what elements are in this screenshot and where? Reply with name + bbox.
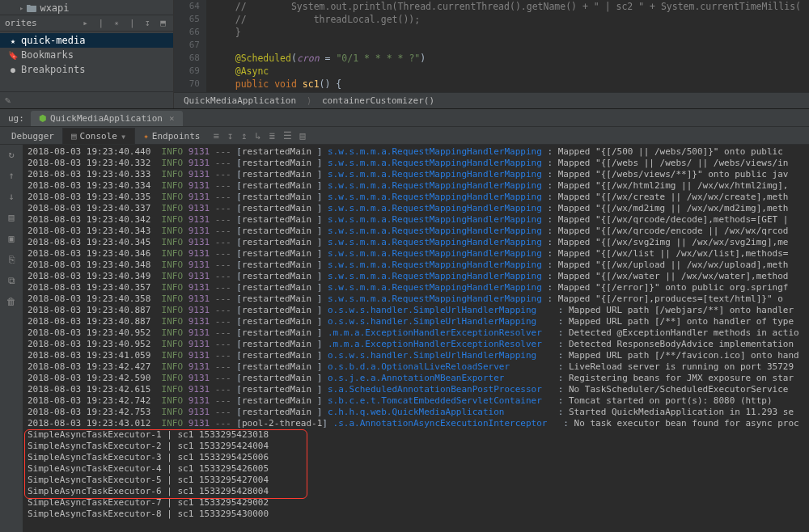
tab-console[interactable]: ▤ Console ▾ <box>62 128 135 144</box>
favorites-toolbar[interactable]: ▸ | ✴ | ↧ ⬒ <box>83 18 168 28</box>
favorite-icon: ● <box>8 65 18 74</box>
line-number[interactable]: 67 <box>174 39 200 52</box>
console-gutter: ↻↑↓▤▣⎘⧉🗑 <box>0 145 23 532</box>
console-gutter-icon[interactable]: ↻ <box>5 148 18 161</box>
log-line: 2018-08-03 19:23:40.332 INFO 9131 --- [r… <box>28 158 809 169</box>
console-gutter-icon[interactable]: ▣ <box>5 232 18 245</box>
tab-label: Endpoints <box>152 131 201 141</box>
step-over-icon[interactable]: ≡ <box>213 130 218 141</box>
line-number[interactable]: 69 <box>174 65 200 78</box>
editor-gutter[interactable]: 646566676869707172 <box>174 0 206 92</box>
evaluate-icon[interactable]: ≣ <box>269 130 274 141</box>
log-line: SimpleAsyncTaskExecutor-4 | sc1 15332954… <box>28 463 809 475</box>
log-line: SimpleAsyncTaskExecutor-6 | sc1 15332954… <box>28 486 809 497</box>
caret-right-icon: ▸ <box>19 4 23 12</box>
debug-label: ug: <box>8 113 29 126</box>
log-line: 2018-08-03 19:23:40.349 INFO 9131 --- [r… <box>28 271 809 282</box>
log-line: 2018-08-03 19:23:42.753 INFO 9131 --- [r… <box>28 407 809 418</box>
log-line: 2018-08-03 19:23:40.342 INFO 9131 --- [r… <box>28 214 809 226</box>
tab-debugger[interactable]: Debugger <box>3 129 62 143</box>
favorites-title: orites <box>5 18 37 28</box>
endpoints-icon: ✦ <box>143 131 149 141</box>
tree-item-wxapi[interactable]: ▸ wxapi <box>0 2 173 15</box>
log-line: 2018-08-03 19:23:43.012 INFO 9131 --- [p… <box>28 418 809 429</box>
console-gutter-icon[interactable]: ⧉ <box>5 274 18 287</box>
chevron-down-icon[interactable]: ▾ <box>121 131 126 142</box>
line-number[interactable]: 66 <box>174 26 200 39</box>
log-line: 2018-08-03 19:23:40.348 INFO 9131 --- [r… <box>28 260 809 271</box>
console-output[interactable]: 2018-08-03 19:23:40.440 INFO 9131 --- [r… <box>23 145 809 532</box>
tree-item-label: wxapi <box>40 2 69 14</box>
code-line[interactable] <box>213 39 809 52</box>
breadcrumb[interactable]: QuickMediaApplication ⟩ containerCustomi… <box>174 92 809 108</box>
log-line: SimpleAsyncTaskExecutor-7 | sc1 15332954… <box>28 497 809 509</box>
favorite-item[interactable]: ●Breakpoints <box>0 62 173 77</box>
favorite-item[interactable]: ★quick-media <box>0 33 173 48</box>
line-number[interactable]: 64 <box>174 0 200 13</box>
favorites-resize-handle[interactable]: ✎ <box>0 91 173 108</box>
code-line[interactable]: public void sc1() { <box>213 78 809 91</box>
log-line: 2018-08-03 19:23:40.346 INFO 9131 --- [r… <box>28 248 809 260</box>
folder-icon <box>27 3 36 13</box>
run-config-label: QuickMediaApplication <box>50 113 163 124</box>
log-line: SimpleAsyncTaskExecutor-1 | sc1 15332954… <box>28 429 809 441</box>
console-gutter-icon[interactable]: 🗑 <box>5 295 18 308</box>
favorite-item[interactable]: 🔖Bookmarks <box>0 48 173 62</box>
console-gutter-icon[interactable]: ⎘ <box>5 253 18 266</box>
run-to-cursor-icon[interactable]: ↳ <box>255 130 260 141</box>
favorite-icon: 🔖 <box>8 51 18 60</box>
run-config-tab[interactable]: ⬢ QuickMediaApplication × <box>31 111 183 126</box>
code-line[interactable]: // System.out.println(Thread.currentThre… <box>213 0 809 13</box>
code-line[interactable]: } <box>213 26 809 39</box>
spring-icon: ⬢ <box>39 113 47 124</box>
console-panel: ↻↑↓▤▣⎘⧉🗑 2018-08-03 19:23:40.440 INFO 91… <box>0 145 809 532</box>
log-line: 2018-08-03 19:23:40.358 INFO 9131 --- [r… <box>28 293 809 305</box>
line-number[interactable]: 65 <box>174 13 200 26</box>
project-tree[interactable]: ▸ wxapi <box>0 0 173 15</box>
breadcrumb-item[interactable]: QuickMediaApplication <box>184 95 296 106</box>
toolwindow-header: ug: ⬢ QuickMediaApplication × Debugger ▤… <box>0 109 809 145</box>
log-line: 2018-08-03 19:23:40.952 INFO 9131 --- [r… <box>28 327 809 339</box>
log-line: 2018-08-03 19:23:40.337 INFO 9131 --- [r… <box>28 203 809 214</box>
step-out-icon[interactable]: ↥ <box>241 130 247 141</box>
breadcrumb-item[interactable]: containerCustomizer() <box>322 95 434 106</box>
log-line: 2018-08-03 19:23:42.615 INFO 9131 --- [r… <box>28 384 809 395</box>
log-line: 2018-08-03 19:23:40.357 INFO 9131 --- [r… <box>28 282 809 293</box>
pencil-icon: ✎ <box>5 95 11 106</box>
favorites-list: ★quick-media🔖Bookmarks●Breakpoints <box>0 32 173 78</box>
log-line: SimpleAsyncTaskExecutor-3 | sc1 15332954… <box>28 452 809 463</box>
editor-code[interactable]: // System.out.println(Thread.currentThre… <box>206 0 809 92</box>
tab-label: Console <box>80 131 117 141</box>
chevron-right-icon: ⟩ <box>302 95 317 106</box>
log-line: 2018-08-03 19:23:40.343 INFO 9131 --- [r… <box>28 226 809 237</box>
code-line[interactable]: // threadLocal.get()); <box>213 13 809 26</box>
log-line: SimpleAsyncTaskExecutor-2 | sc1 15332954… <box>28 441 809 452</box>
tab-endpoints[interactable]: ✦ Endpoints <box>135 129 208 143</box>
close-icon[interactable]: × <box>166 113 175 124</box>
code-line[interactable]: @Scheduled(cron = "0/1 * * * * ?") <box>213 52 809 65</box>
console-gutter-icon[interactable]: ↑ <box>5 169 18 182</box>
log-line: 2018-08-03 19:23:40.334 INFO 9131 --- [r… <box>28 180 809 192</box>
settings-icon[interactable]: ▤ <box>300 130 306 141</box>
console-gutter-icon[interactable]: ▤ <box>5 211 18 224</box>
line-number[interactable]: 68 <box>174 52 200 65</box>
project-panel: ▸ wxapi orites ▸ | ✴ | ↧ ⬒ ★quick-media🔖… <box>0 0 174 108</box>
log-line: 2018-08-03 19:23:40.335 INFO 9131 --- [r… <box>28 192 809 203</box>
log-line: 2018-08-03 19:23:40.440 INFO 9131 --- [r… <box>28 146 809 158</box>
favorite-label: quick-media <box>21 35 85 46</box>
log-line: 2018-08-03 19:23:40.887 INFO 9131 --- [r… <box>28 305 809 316</box>
editor-area: 646566676869707172 // System.out.println… <box>174 0 809 108</box>
log-line: 2018-08-03 19:23:40.345 INFO 9131 --- [r… <box>28 237 809 248</box>
line-number[interactable]: 70 <box>174 78 200 91</box>
log-line: 2018-08-03 19:23:40.952 INFO 9131 --- [r… <box>28 339 809 350</box>
console-gutter-icon[interactable]: ↓ <box>5 190 18 203</box>
log-line: SimpleAsyncTaskExecutor-8 | sc1 15332954… <box>28 509 809 520</box>
more-icon[interactable]: ☰ <box>283 130 292 141</box>
log-line: 2018-08-03 19:23:42.427 INFO 9131 --- [r… <box>28 361 809 373</box>
favorite-icon: ★ <box>8 36 18 45</box>
log-line: 2018-08-03 19:23:40.887 INFO 9131 --- [r… <box>28 316 809 327</box>
favorite-label: Breakpoints <box>21 64 85 75</box>
code-line[interactable]: @Async <box>213 65 809 78</box>
step-into-icon[interactable]: ↧ <box>227 130 233 141</box>
tab-label: Debugger <box>11 131 54 141</box>
